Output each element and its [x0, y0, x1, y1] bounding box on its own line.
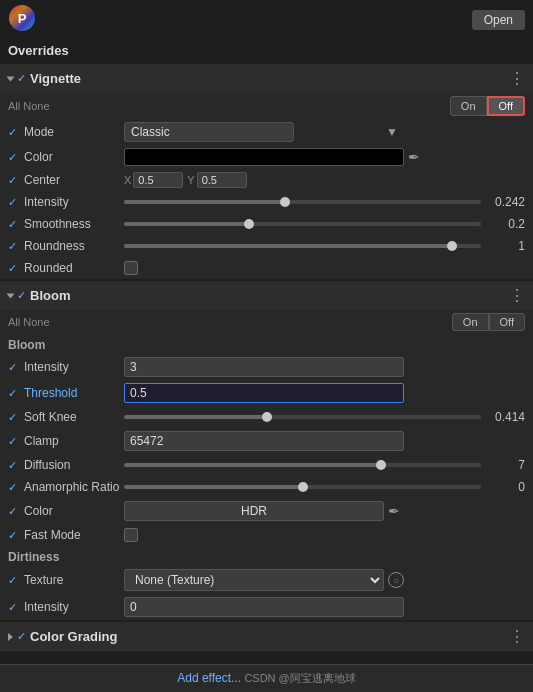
- vignette-intensity-check: ✓: [8, 196, 24, 209]
- bloom-header[interactable]: ✓ Bloom ⋮: [0, 281, 533, 310]
- vignette-mode-dropdown-wrapper: Classic Masked ▼: [124, 122, 404, 142]
- bloom-fast-mode-checkbox[interactable]: [124, 528, 138, 542]
- vignette-rounded-check: ✓: [8, 262, 24, 275]
- open-button[interactable]: Open: [472, 10, 525, 30]
- bloom-fast-mode-row: ✓ Fast Mode: [0, 524, 533, 546]
- bloom-anamorphic-track[interactable]: [124, 485, 481, 489]
- vignette-roundness-value: 1: [487, 239, 525, 253]
- vignette-mode-row: ✓ Mode Classic Masked ▼: [0, 119, 533, 145]
- vignette-off-button[interactable]: Off: [487, 96, 525, 116]
- bloom-diffusion-thumb[interactable]: [376, 460, 386, 470]
- bloom-anamorphic-thumb[interactable]: [298, 482, 308, 492]
- bloom-soft-knee-thumb[interactable]: [262, 412, 272, 422]
- bloom-clamp-row: ✓ Clamp: [0, 428, 533, 454]
- vignette-intensity-slider-area: 0.242: [124, 195, 525, 209]
- vignette-x-input[interactable]: [133, 172, 183, 188]
- logo: P: [8, 4, 36, 35]
- bloom-off-button[interactable]: Off: [489, 313, 525, 331]
- vignette-mode-value: Classic Masked ▼: [124, 122, 525, 142]
- overrides-heading: Overrides: [0, 39, 533, 64]
- bloom-clamp-input[interactable]: [124, 431, 404, 451]
- bloom-threshold-input[interactable]: [124, 383, 404, 403]
- vignette-intensity-thumb[interactable]: [280, 197, 290, 207]
- bloom-intensity-check: ✓: [8, 361, 24, 374]
- bloom-anamorphic-row: ✓ Anamorphic Ratio 0: [0, 476, 533, 498]
- vignette-all-none: All None: [8, 100, 50, 112]
- add-effect-label: Add effect...: [177, 671, 241, 685]
- dirtiness-intensity-input[interactable]: [124, 597, 404, 617]
- add-effect-button[interactable]: Add effect... CSDN @阿宝逃离地球: [177, 671, 356, 686]
- vignette-check-icon: ✓: [17, 72, 26, 85]
- vignette-on-button[interactable]: On: [450, 96, 487, 116]
- vignette-eyedropper-icon[interactable]: ✒: [408, 149, 420, 165]
- vignette-y-field: Y: [187, 172, 246, 188]
- vignette-xy-inputs: X Y: [124, 172, 247, 188]
- vignette-center-label: Center: [24, 173, 124, 187]
- vignette-color-swatch[interactable]: [124, 148, 404, 166]
- vignette-mode-select[interactable]: Classic Masked: [124, 122, 294, 142]
- bloom-anamorphic-check: ✓: [8, 481, 24, 494]
- vignette-intensity-track[interactable]: [124, 200, 481, 204]
- vignette-roundness-track[interactable]: [124, 244, 481, 248]
- vignette-smoothness-slider-area: 0.2: [124, 217, 525, 231]
- bloom-on-off-btns: On Off: [452, 313, 525, 331]
- bloom-soft-knee-track[interactable]: [124, 415, 481, 419]
- vignette-x-field: X: [124, 172, 183, 188]
- vignette-more-icon[interactable]: ⋮: [509, 69, 525, 88]
- bloom-hdr-button[interactable]: HDR: [124, 501, 384, 521]
- vignette-rounded-checkbox[interactable]: [124, 261, 138, 275]
- vignette-smoothness-row: ✓ Smoothness 0.2: [0, 213, 533, 235]
- vignette-center-check: ✓: [8, 174, 24, 187]
- vignette-dropdown-arrow-icon: ▼: [386, 125, 398, 139]
- bloom-diffusion-slider-area: 7: [124, 458, 525, 472]
- vignette-on-off-row: All None On Off: [0, 93, 533, 119]
- bloom-threshold-label: Threshold: [24, 386, 124, 400]
- color-grading-title: Color Grading: [30, 629, 117, 644]
- bloom-soft-knee-check: ✓: [8, 411, 24, 424]
- watermark-text: CSDN @阿宝逃离地球: [244, 672, 355, 684]
- vignette-mode-check: ✓: [8, 126, 24, 139]
- color-grading-header[interactable]: ✓ Color Grading ⋮: [0, 622, 533, 651]
- vignette-roundness-slider-area: 1: [124, 239, 525, 253]
- bloom-soft-knee-label: Soft Knee: [24, 410, 124, 424]
- bloom-soft-knee-fill: [124, 415, 267, 419]
- vignette-roundness-label: Roundness: [24, 239, 124, 253]
- bloom-threshold-row: ✓ Threshold: [0, 380, 533, 406]
- bloom-section: ✓ Bloom ⋮ All None On Off Bloom ✓ Intens…: [0, 281, 533, 620]
- vignette-smoothness-thumb[interactable]: [244, 219, 254, 229]
- vignette-roundness-check: ✓: [8, 240, 24, 253]
- bloom-all-none: All None: [8, 316, 50, 328]
- vignette-roundness-row: ✓ Roundness 1: [0, 235, 533, 257]
- bloom-diffusion-check: ✓: [8, 459, 24, 472]
- bloom-sub-label: Bloom: [0, 334, 533, 354]
- bloom-on-button[interactable]: On: [452, 313, 489, 331]
- vignette-on-off-btns: On Off: [450, 96, 525, 116]
- vignette-y-input[interactable]: [197, 172, 247, 188]
- bloom-intensity-input[interactable]: [124, 357, 404, 377]
- bloom-diffusion-fill: [124, 463, 381, 467]
- vignette-smoothness-track[interactable]: [124, 222, 481, 226]
- color-grading-more-icon[interactable]: ⋮: [509, 627, 525, 646]
- vignette-x-label: X: [124, 174, 131, 186]
- vignette-color-value: ✒: [124, 148, 525, 166]
- dirtiness-texture-select[interactable]: None (Texture): [124, 569, 384, 591]
- dirtiness-texture-label: Texture: [24, 573, 124, 587]
- vignette-intensity-fill: [124, 200, 285, 204]
- vignette-center-row: ✓ Center X Y: [0, 169, 533, 191]
- bloom-threshold-value: [124, 383, 525, 403]
- bloom-more-icon[interactable]: ⋮: [509, 286, 525, 305]
- vignette-roundness-thumb[interactable]: [447, 241, 457, 251]
- vignette-rounded-label: Rounded: [24, 261, 124, 275]
- vignette-rounded-row: ✓ Rounded: [0, 257, 533, 279]
- vignette-header[interactable]: ✓ Vignette ⋮: [0, 64, 533, 93]
- bloom-diffusion-track[interactable]: [124, 463, 481, 467]
- bloom-eyedropper-icon[interactable]: ✒: [388, 503, 400, 519]
- bloom-color-label: Color: [24, 504, 124, 518]
- vignette-center-value: X Y: [124, 172, 525, 188]
- bloom-triangle-icon: [7, 293, 15, 298]
- bloom-title: Bloom: [30, 288, 70, 303]
- vignette-intensity-label: Intensity: [24, 195, 124, 209]
- dirtiness-texture-circle-icon[interactable]: ○: [388, 572, 404, 588]
- vignette-section: ✓ Vignette ⋮ All None On Off ✓ Mode Clas…: [0, 64, 533, 279]
- vignette-y-label: Y: [187, 174, 194, 186]
